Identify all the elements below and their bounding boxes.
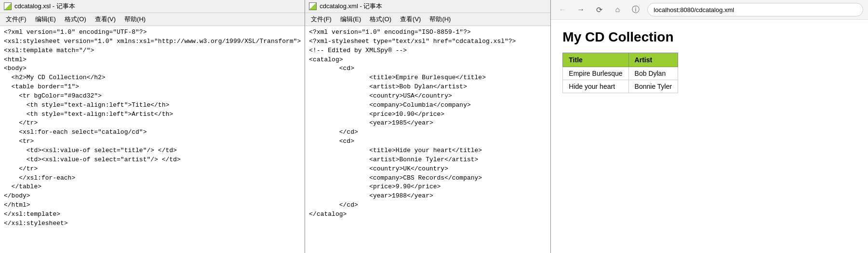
page-heading: My CD Collection: [562, 29, 856, 45]
left-menu-format[interactable]: 格式(O): [61, 14, 90, 25]
reload-button[interactable]: ⟳: [592, 3, 606, 16]
middle-menu-edit[interactable]: 编辑(E): [336, 14, 365, 25]
forward-button[interactable]: →: [574, 3, 588, 16]
table-row: Empire BurlesqueBob Dylan: [563, 67, 678, 80]
left-menu-edit[interactable]: 编辑(E): [31, 14, 60, 25]
back-button[interactable]: ←: [556, 3, 569, 16]
middle-menu-format[interactable]: 格式(O): [366, 14, 395, 25]
middle-menu-help[interactable]: 帮助(H): [426, 14, 454, 25]
middle-notepad-panel: cdcatalog.xml - 记事本 文件(F) 编辑(E) 格式(O) 查看…: [305, 0, 551, 253]
middle-content-area[interactable]: <?xml version="1.0" encoding="ISO-8859-1…: [305, 26, 550, 253]
col-title: Title: [563, 53, 628, 67]
cd-table: Title Artist Empire BurlesqueBob DylanHi…: [562, 53, 678, 93]
left-menu-view[interactable]: 查看(V): [91, 14, 120, 25]
notepad-icon-left: [4, 2, 12, 10]
left-menu-file[interactable]: 文件(F): [2, 14, 30, 25]
notepad-icon-middle: [309, 2, 317, 10]
middle-menu-file[interactable]: 文件(F): [307, 14, 335, 25]
left-titlebar: cdcatalog.xsl - 记事本: [0, 0, 305, 13]
left-menu-help[interactable]: 帮助(H): [120, 14, 149, 25]
middle-title: cdcatalog.xml - 记事本: [320, 2, 382, 11]
home-button[interactable]: ⌂: [611, 3, 624, 16]
middle-titlebar: cdcatalog.xml - 记事本: [305, 0, 550, 13]
url-bar[interactable]: [647, 3, 863, 16]
col-artist: Artist: [628, 53, 678, 67]
left-menubar: 文件(F) 编辑(E) 格式(O) 查看(V) 帮助(H): [0, 13, 305, 26]
left-notepad-panel: cdcatalog.xsl - 记事本 文件(F) 编辑(E) 格式(O) 查看…: [0, 0, 305, 253]
table-row: Hide your heartBonnie Tyler: [563, 80, 678, 93]
middle-menubar: 文件(F) 编辑(E) 格式(O) 查看(V) 帮助(H): [305, 13, 550, 26]
left-title: cdcatalog.xsl - 记事本: [14, 2, 75, 11]
left-content-area[interactable]: <?xml version="1.0" encoding="UTF-8"?> <…: [0, 26, 305, 253]
browser-content: My CD Collection Title Artist Empire Bur…: [551, 20, 868, 253]
info-button[interactable]: ⓘ: [629, 3, 642, 16]
browser-toolbar: ← → ⟳ ⌂ ⓘ: [551, 0, 868, 20]
browser-panel: ← → ⟳ ⌂ ⓘ My CD Collection Title Artist …: [551, 0, 868, 253]
table-header-row: Title Artist: [563, 53, 678, 67]
middle-menu-view[interactable]: 查看(V): [396, 14, 425, 25]
